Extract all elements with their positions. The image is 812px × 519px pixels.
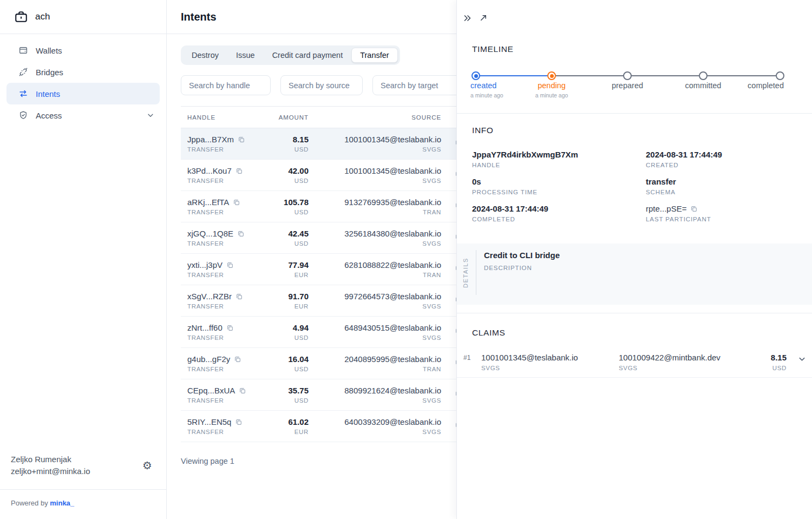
intent-amount: 42.00 [273,166,309,175]
timeline-step-label: completed [724,81,784,90]
copy-icon[interactable] [233,199,240,206]
intent-source-type: TRAN [316,209,441,215]
table-row[interactable]: g4ub...gF2yTRANSFER 16.04USD 2040895995@… [181,348,484,379]
timeline-dot-prepared [623,71,632,80]
timeline-dot-pending [547,71,556,80]
table-row[interactable]: xjGQ...1Q8ETRANSFER 42.45USD 3256184380@… [181,222,484,254]
table-row[interactable]: 5RIY...EN5qTRANSFER 61.02EUR 6400393209@… [181,411,484,442]
timeline-step-label: pending [522,81,581,90]
sidebar-item-intents[interactable]: Intents [6,83,160,104]
copy-icon[interactable] [239,387,246,395]
intents-table: HANDLE AMOUNT SOURCE Jppa...B7XmTRANSFER… [181,106,484,442]
section-divider [457,313,812,313]
gear-icon[interactable]: ⚙ [142,460,152,471]
ledger-name: ach [35,11,50,22]
description-label: DESCRIPTION [484,265,532,271]
intent-source: 9132769935@teslabank.io [316,198,441,207]
timeline-step-label: created [470,81,530,90]
powered-by-label: Powered by [11,499,48,507]
details-side-label: DETAILS [462,257,469,289]
transfer-arrows-icon [18,89,28,98]
description-value: Credit to CLI bridge [484,251,560,260]
intent-amount: 61.02 [273,417,309,426]
sidebar-item-bridges[interactable]: Bridges [6,61,160,83]
timeline-progress [476,75,552,76]
intent-source: 2040895995@teslabank.io [316,354,441,364]
intent-currency: USD [273,178,309,184]
table-row[interactable]: Jppa...B7XmTRANSFER 8.15USD 1001001345@t… [181,128,484,160]
table-row[interactable]: aRKj...EfTATRANSFER 105.78USD 9132769935… [181,191,484,222]
collapse-panel-icon[interactable] [462,14,472,23]
intent-amount: 35.75 [273,386,309,395]
sidebar-item-wallets[interactable]: Wallets [6,40,160,61]
table-header: HANDLE AMOUNT SOURCE [181,107,484,128]
table-row[interactable]: CEpq...BxUATRANSFER 35.75USD 8809921624@… [181,379,484,411]
page-title: Intents [181,11,217,23]
table-row[interactable]: k3Pd...Kou7TRANSFER 42.00USD 1001001345@… [181,160,484,191]
claim-target: 1001009422@mintbank.dev SVGS [619,353,721,371]
tab-destroy[interactable]: Destroy [183,48,227,63]
table-row[interactable]: xSgV...RZBrTRANSFER 91.70EUR 9972664573@… [181,285,484,317]
claim-row[interactable]: #1 1001001345@teslabank.io SVGS 10010094… [457,349,812,377]
user-email: zeljko+mint@minka.io [11,465,90,477]
info-heading: INFO [472,126,494,135]
intent-handle: 5RIY...EN5q [187,417,231,426]
copy-icon[interactable] [226,261,234,269]
expand-panel-icon[interactable] [479,14,488,22]
claims-heading: CLAIMS [472,328,505,338]
intent-currency: EUR [273,429,309,435]
copy-icon[interactable] [238,136,245,143]
tab-credit-card-payment[interactable]: Credit card payment [264,48,352,63]
claim-row-divider [457,377,812,378]
intent-currency: USD [273,334,309,341]
intent-type: TRANSFER [187,366,273,372]
intent-amount: 4.94 [273,323,309,332]
intent-detail-panel: TIMELINE created a minute ago pending a … [456,0,812,519]
copy-icon[interactable] [237,230,245,238]
intent-source-type: SVGS [316,178,441,184]
intent-source-type: TRAN [316,366,441,372]
chevron-down-icon[interactable] [798,355,806,363]
column-header-amount: AMOUNT [273,114,316,121]
intent-type: TRANSFER [187,397,273,404]
intent-amount: 16.04 [273,354,309,364]
sidebar-item-access[interactable]: Access [6,104,160,126]
intent-handle: xjGQ...1Q8E [187,229,233,238]
info-field-created: 2024-08-31 17:44:49 CREATED [646,150,722,168]
column-header-handle: HANDLE [181,114,273,121]
sidebar-item-label: Access [36,111,62,120]
copy-icon[interactable] [234,356,241,363]
copy-icon[interactable] [235,418,243,426]
intent-source: 1001001345@teslabank.io [316,166,441,175]
minka-brand-link[interactable]: minka_ [50,499,74,507]
intent-source-type: SVGS [316,303,441,310]
table-row[interactable]: yxti...j3pVTRANSFER 77.94EUR 6281088822@… [181,254,484,285]
intent-type: TRANSFER [187,146,273,153]
ledger-selector[interactable]: ach [0,0,166,34]
intent-type: TRANSFER [187,334,273,341]
copy-icon[interactable] [690,205,698,213]
copy-icon[interactable] [235,167,243,175]
tab-transfer[interactable]: Transfer [351,48,397,63]
intent-source: 8809921624@teslabank.io [316,386,441,395]
search-by-handle-input[interactable] [181,75,271,95]
copy-icon[interactable] [235,293,243,300]
table-row[interactable]: zNrt...ff60TRANSFER 4.94USD 6489430515@t… [181,317,484,348]
sidebar-nav: Wallets Bridges Intents [0,34,166,126]
intent-amount: 77.94 [273,260,309,270]
intent-handle: aRKj...EfTA [187,198,229,207]
intent-handle: g4ub...gF2y [187,354,230,364]
info-grid: JppaY7Rd4irkbXwmgB7Xm HANDLE 2024-08-31 … [472,150,722,222]
search-by-source-input[interactable] [280,75,363,95]
intent-type: TRANSFER [187,209,273,215]
intent-source: 1001001345@teslabank.io [316,135,441,144]
tab-issue[interactable]: Issue [227,48,264,63]
intent-handle: xSgV...RZBr [187,292,232,301]
info-field-schema: transfer SCHEMA [646,177,722,195]
intent-currency: USD [273,366,309,372]
info-field-handle: JppaY7Rd4irkbXwmgB7Xm HANDLE [472,150,646,168]
timeline-step-sub: a minute ago [522,92,581,98]
copy-icon[interactable] [226,324,234,332]
wallet-icon [18,45,28,55]
intent-type: TRANSFER [187,178,273,184]
